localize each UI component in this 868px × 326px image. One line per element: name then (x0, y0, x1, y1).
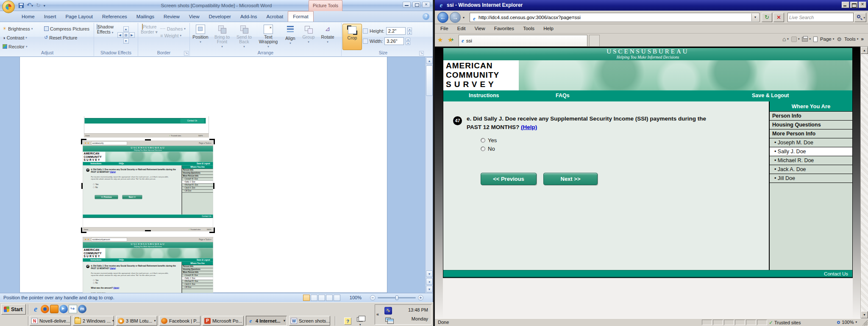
favorites-center-icon[interactable]: ★ (437, 36, 443, 44)
sidebar-person-jill[interactable]: Jill Doe (770, 174, 852, 183)
scrollbar-thumb[interactable] (426, 65, 433, 96)
compress-pictures-button[interactable]: Compress Pictures (44, 24, 95, 33)
nudge-toggle-button[interactable]: ▨ (123, 32, 129, 38)
height-up-spinner[interactable]: ▲ (407, 28, 412, 31)
address-field[interactable]: e ▾ (470, 13, 760, 22)
contrast-button[interactable]: ◑Contrast▾ (3, 33, 44, 42)
crop-handle-right[interactable] (213, 183, 214, 189)
ie-vertical-scrollbar[interactable]: ▲ ▼ (860, 47, 868, 318)
taskbar-button-windows-group[interactable]: 2 Windows ...▾ (73, 316, 114, 326)
tray-network-icon[interactable] (385, 318, 391, 322)
next-button[interactable]: Next >> (543, 173, 598, 185)
sidebar-person-joseph[interactable]: Joseph M. Doe (770, 138, 852, 147)
zoom-in-button[interactable]: + (418, 295, 423, 301)
weight-button[interactable]: ≡Weight▾ (160, 33, 186, 38)
tab-add-ins[interactable]: Add-Ins (236, 11, 262, 22)
sidebar-person-michael[interactable]: Michael R. Doe (770, 156, 852, 165)
quicklaunch-firefox-icon[interactable] (41, 305, 49, 313)
search-box[interactable] (787, 13, 854, 22)
radio-no[interactable]: No (481, 146, 495, 152)
nudge-up-button[interactable]: ▲ (123, 26, 129, 32)
home-icon[interactable]: ⌂ (782, 36, 786, 42)
tab-developer[interactable]: Developer (204, 11, 235, 22)
browser-tab-ssi[interactable]: e ssi (459, 35, 587, 46)
menu-tools[interactable]: Tools (519, 24, 538, 33)
fullscreen-view-button[interactable] (311, 295, 317, 301)
page-menu-button[interactable]: Page (820, 37, 832, 42)
restore-button[interactable] (412, 2, 420, 8)
print-layout-view-button[interactable] (303, 295, 310, 301)
word-help-icon[interactable]: ? (423, 13, 429, 20)
clock-day[interactable]: Monday (412, 316, 428, 321)
print-icon[interactable] (802, 37, 808, 42)
window-arrange-dropdown-icon[interactable]: ▾ (359, 323, 361, 326)
taskbar-button-powerpoint[interactable]: P Microsoft Po... (203, 316, 244, 326)
window-arrange-icon[interactable] (357, 317, 363, 322)
previous-button[interactable]: << Previous (481, 173, 537, 185)
taskbar-button-lotus-group[interactable]: 3 IBM Lotu...▾ (116, 316, 157, 326)
tab-home[interactable]: Home (17, 11, 39, 22)
search-button[interactable]: ▾ (854, 13, 866, 22)
ie-scroll-up-arrow[interactable]: ▲ (861, 47, 868, 54)
tray-collapse-chevron[interactable]: « (376, 312, 379, 317)
contact-us-link[interactable]: Contact Us (443, 270, 852, 278)
height-field[interactable]: 2.2" (386, 27, 406, 35)
office-button[interactable] (2, 0, 15, 13)
scroll-down-arrow[interactable]: ▼ (426, 270, 433, 277)
nav-faqs-link[interactable]: FAQs (556, 90, 570, 101)
search-input[interactable] (789, 14, 852, 21)
taskbar-button-internet-group[interactable]: e 4 Internet...▾ (246, 316, 287, 326)
menu-view[interactable]: View (471, 24, 489, 33)
ie-minimize-button[interactable] (842, 2, 849, 8)
feeds-icon[interactable] (791, 37, 797, 42)
embedded-screenshot-partial[interactable]: Contact Us Done ✓ Trusted sites 100% (84, 116, 209, 138)
quicklaunch-mail-icon[interactable] (69, 305, 77, 313)
crop-button[interactable]: Crop (342, 24, 362, 50)
menu-edit[interactable]: Edit (453, 24, 470, 33)
web-layout-view-button[interactable] (318, 295, 325, 301)
width-down-spinner[interactable]: ▼ (406, 42, 410, 45)
dashes-button[interactable]: ┄┄Dashes▾ (160, 26, 186, 31)
width-up-spinner[interactable]: ▲ (406, 38, 410, 41)
new-tab-stub[interactable] (589, 35, 600, 46)
scroll-up-arrow[interactable]: ▲ (426, 57, 433, 64)
menu-help[interactable]: Help (540, 24, 557, 33)
crop-handle-bottom[interactable] (145, 230, 151, 231)
tab-view[interactable]: View (184, 11, 204, 22)
zoom-out-button[interactable]: − (370, 295, 376, 301)
tab-review[interactable]: Review (159, 11, 184, 22)
back-button[interactable]: ← (437, 12, 448, 23)
quicklaunch-messenger-icon[interactable]: m (78, 305, 86, 313)
menu-favorites[interactable]: Favorites (490, 24, 518, 33)
tools-menu-button[interactable]: Tools (844, 37, 856, 42)
sidebar-person-sally-current[interactable]: Sally J. Doe (770, 147, 852, 156)
page-zoom-control[interactable]: 100% ▾ (837, 320, 857, 325)
radio-yes[interactable]: Yes (481, 137, 497, 143)
address-dropdown-icon[interactable]: ▾ (751, 14, 759, 21)
history-dropdown-icon[interactable]: ▾ (463, 16, 465, 20)
stop-button[interactable]: ✕ (773, 13, 784, 22)
embedded-screenshot-socialsecurity[interactable]: ★ ★socialsecurityPage ▾ Tools ▾USCENSUSB… (83, 141, 213, 231)
menu-file[interactable]: File (437, 24, 452, 33)
crop-handle-bottom-left[interactable] (81, 228, 86, 233)
quicklaunch-mediaplayer-icon[interactable] (59, 305, 68, 313)
next-page-button[interactable]: ▼ (426, 286, 433, 292)
add-favorite-icon[interactable]: ★ (448, 36, 453, 44)
radio-no-circle[interactable] (481, 146, 485, 151)
tab-acrobat[interactable]: Acrobat (262, 11, 288, 22)
browse-object-button[interactable]: ● (426, 278, 433, 285)
crop-handle-top-left[interactable] (81, 139, 86, 144)
nav-instructions-link[interactable]: Instructions (469, 90, 499, 101)
taskbar-help-icon[interactable]: ? (344, 318, 351, 325)
outline-view-button[interactable] (326, 295, 333, 301)
start-button[interactable]: Start (1, 304, 26, 315)
tab-references[interactable]: References (97, 11, 132, 22)
tab-insert[interactable]: Insert (39, 11, 61, 22)
nudge-right-button[interactable]: ▶ (129, 32, 135, 38)
nav-save-logout-link[interactable]: Save & Logout (752, 90, 789, 101)
tab-format[interactable]: Format (288, 11, 313, 22)
zoom-level[interactable]: 100% (350, 295, 362, 300)
ie-restore-button[interactable] (850, 2, 858, 8)
tray-audio-icon[interactable]: ∿ (384, 307, 392, 315)
crop-handle-top-right[interactable] (209, 139, 215, 144)
